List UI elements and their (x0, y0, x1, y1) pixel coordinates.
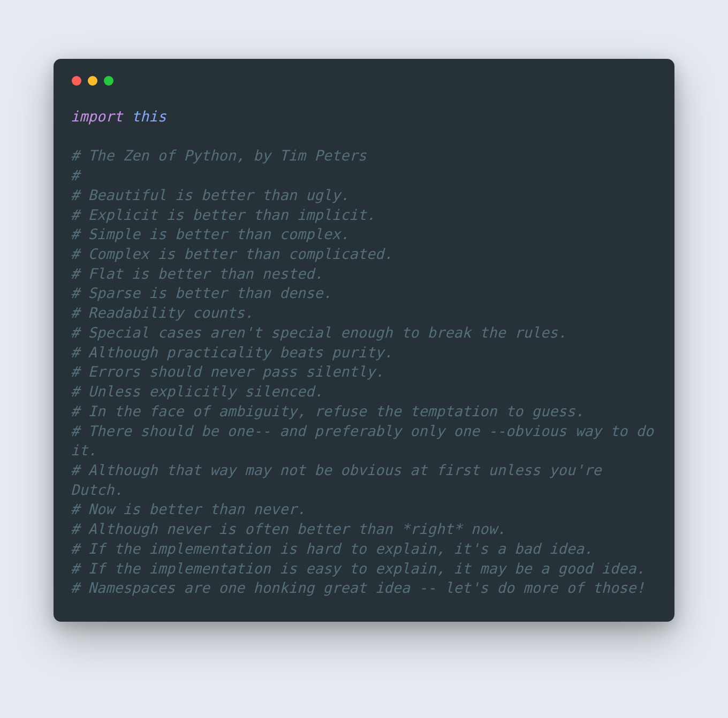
code-window: import this # The Zen of Python, by Tim … (54, 59, 674, 622)
minimize-icon[interactable] (88, 76, 97, 86)
zoom-icon[interactable] (104, 76, 113, 86)
window-controls (72, 76, 657, 86)
close-icon[interactable] (72, 76, 81, 86)
code-block: import this # The Zen of Python, by Tim … (71, 107, 657, 598)
code-comments: # The Zen of Python, by Tim Peters # # B… (71, 147, 662, 596)
module-name: this (132, 108, 166, 125)
keyword-import: import (71, 108, 123, 125)
